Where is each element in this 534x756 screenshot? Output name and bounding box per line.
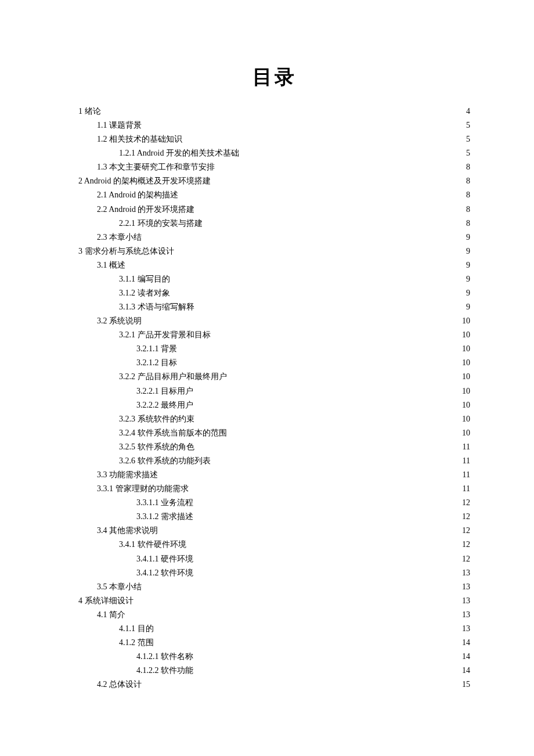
toc-entry-label: 1.2.1 Android 开发的相关技术基础 xyxy=(119,146,239,160)
toc-entry-page: 12 xyxy=(462,524,470,538)
toc-entry-page: 5 xyxy=(466,132,470,146)
toc-entry-label: 3 需求分析与系统总体设计 xyxy=(78,244,174,258)
toc-entry[interactable]: 2 Android 的架构概述及开发环境搭建8 xyxy=(78,174,470,188)
toc-entry-page: 8 xyxy=(466,188,470,202)
toc-entry-label: 3.1.1 编写目的 xyxy=(119,272,170,286)
toc-entry[interactable]: 3.2.2.2 最终用户10 xyxy=(78,398,470,412)
toc-entry-label: 3.1 概述 xyxy=(97,258,125,272)
toc-entry[interactable]: 3.2.1 产品开发背景和目标10 xyxy=(78,328,470,342)
toc-entry[interactable]: 3.2.1.1 背景10 xyxy=(78,342,470,356)
toc-entry[interactable]: 3.4 其他需求说明12 xyxy=(78,524,470,538)
toc-entry-page: 11 xyxy=(463,468,470,482)
toc-entry[interactable]: 1.3 本文主要研究工作和章节安排8 xyxy=(78,160,470,174)
toc-entry-label: 3.3.1.1 业务流程 xyxy=(136,496,193,510)
toc-entry[interactable]: 1.2 相关技术的基础知识5 xyxy=(78,132,470,146)
toc-entry-page: 10 xyxy=(462,412,470,426)
toc-entry[interactable]: 3 需求分析与系统总体设计9 xyxy=(78,244,470,258)
toc-entry-label: 4.1.2 范围 xyxy=(119,636,154,650)
toc-entry-page: 12 xyxy=(462,510,470,524)
toc-entry[interactable]: 3.3.1.2 需求描述12 xyxy=(78,510,470,524)
document-page: 目录 1 绪论41.1 课题背景51.2 相关技术的基础知识51.2.1 And… xyxy=(0,0,534,692)
toc-entry-label: 3.4.1.1 硬件环境 xyxy=(136,552,193,566)
toc-entry-label: 3.2.1.2 目标 xyxy=(136,356,177,370)
toc-entry-label: 4.2 总体设计 xyxy=(97,678,142,692)
toc-entry[interactable]: 1 绪论4 xyxy=(78,105,470,118)
toc-entry-label: 1.1 课题背景 xyxy=(97,118,142,132)
toc-entry[interactable]: 4.1.1 目的13 xyxy=(78,622,470,636)
toc-entry[interactable]: 2.1 Android 的架构描述8 xyxy=(78,188,470,202)
toc-entry-label: 3.2.4 软件系统当前版本的范围 xyxy=(119,426,227,440)
toc-entry-page: 9 xyxy=(466,244,470,258)
toc-entry-label: 3.3 功能需求描述 xyxy=(97,468,158,482)
toc-entry-label: 2.1 Android 的架构描述 xyxy=(97,188,178,202)
toc-entry-page: 9 xyxy=(466,272,470,286)
toc-entry[interactable]: 3.2.1.2 目标10 xyxy=(78,356,470,370)
toc-entry-label: 4.1.2.1 软件名称 xyxy=(136,650,193,664)
toc-entry[interactable]: 4.2 总体设计15 xyxy=(78,678,470,692)
toc-entry-page: 12 xyxy=(462,538,470,552)
toc-title: 目录 xyxy=(78,64,470,91)
toc-entry-label: 3.2 系统说明 xyxy=(97,314,142,328)
toc-entry[interactable]: 3.5 本章小结13 xyxy=(78,580,470,594)
toc-entry-page: 12 xyxy=(462,552,470,566)
toc-entry-label: 3.5 本章小结 xyxy=(97,580,142,594)
toc-entry[interactable]: 4.1.2 范围14 xyxy=(78,636,470,650)
toc-entry[interactable]: 2.2 Android 的开发环境搭建8 xyxy=(78,203,470,217)
toc-entry[interactable]: 3.2.6 软件系统的功能列表11 xyxy=(78,454,470,468)
toc-entry[interactable]: 3.1.1 编写目的9 xyxy=(78,272,470,286)
toc-entry-page: 10 xyxy=(462,426,470,440)
toc-entry-page: 13 xyxy=(462,608,470,622)
toc-entry-label: 3.2.1.1 背景 xyxy=(136,342,177,356)
toc-entry[interactable]: 3.2.2.1 目标用户10 xyxy=(78,384,470,398)
toc-entry[interactable]: 3.2.4 软件系统当前版本的范围10 xyxy=(78,426,470,440)
toc-entry-page: 8 xyxy=(466,160,470,174)
toc-entry[interactable]: 3.2.2 产品目标用户和最终用户10 xyxy=(78,370,470,384)
toc-entry-page: 10 xyxy=(462,342,470,356)
toc-entry[interactable]: 3.3 功能需求描述11 xyxy=(78,468,470,482)
toc-entry-page: 8 xyxy=(466,174,470,188)
toc-entry-label: 3.4 其他需求说明 xyxy=(97,524,158,538)
toc-entry-label: 3.3.1 管家理财的功能需求 xyxy=(97,482,189,496)
toc-entry-label: 4.1 简介 xyxy=(97,608,125,622)
toc-entry-page: 12 xyxy=(462,496,470,510)
toc-entry[interactable]: 4.1 简介13 xyxy=(78,608,470,622)
toc-entry[interactable]: 4 系统详细设计13 xyxy=(78,594,470,608)
toc-entry-label: 3.4.1 软件硬件环境 xyxy=(119,538,186,552)
toc-entry-page: 13 xyxy=(462,566,470,580)
toc-entry[interactable]: 4.1.2.1 软件名称14 xyxy=(78,650,470,664)
toc-entry[interactable]: 1.2.1 Android 开发的相关技术基础5 xyxy=(78,146,470,160)
toc-entry-label: 1 绪论 xyxy=(78,105,101,118)
toc-entry[interactable]: 3.1 概述9 xyxy=(78,258,470,272)
toc-entry[interactable]: 3.3.1.1 业务流程12 xyxy=(78,496,470,510)
toc-entry-page: 5 xyxy=(466,146,470,160)
toc-entry-label: 3.2.2 产品目标用户和最终用户 xyxy=(119,370,227,384)
toc-entry[interactable]: 3.4.1.1 硬件环境12 xyxy=(78,552,470,566)
toc-entry-page: 9 xyxy=(466,231,470,244)
toc-entry[interactable]: 3.2.5 软件系统的角色11 xyxy=(78,440,470,454)
toc-entry-page: 9 xyxy=(466,258,470,272)
toc-entry[interactable]: 3.4.1.2 软件环境13 xyxy=(78,566,470,580)
table-of-contents: 1 绪论41.1 课题背景51.2 相关技术的基础知识51.2.1 Androi… xyxy=(78,105,470,692)
toc-entry[interactable]: 3.2 系统说明10 xyxy=(78,314,470,328)
toc-entry[interactable]: 3.4.1 软件硬件环境12 xyxy=(78,538,470,552)
toc-entry-label: 3.4.1.2 软件环境 xyxy=(136,566,193,580)
toc-entry-page: 8 xyxy=(466,203,470,217)
toc-entry[interactable]: 3.3.1 管家理财的功能需求11 xyxy=(78,482,470,496)
toc-entry-label: 3.2.5 软件系统的角色 xyxy=(119,440,194,454)
toc-entry-page: 10 xyxy=(462,314,470,328)
toc-entry[interactable]: 3.1.3 术语与缩写解释9 xyxy=(78,300,470,314)
toc-entry[interactable]: 1.1 课题背景5 xyxy=(78,118,470,132)
toc-entry-page: 10 xyxy=(462,370,470,384)
toc-entry-page: 10 xyxy=(462,384,470,398)
toc-entry-label: 3.1.3 术语与缩写解释 xyxy=(119,300,194,314)
toc-entry[interactable]: 4.1.2.2 软件功能14 xyxy=(78,664,470,678)
toc-entry-page: 10 xyxy=(462,328,470,342)
toc-entry[interactable]: 2.2.1 环境的安装与搭建8 xyxy=(78,217,470,231)
toc-entry-label: 3.2.6 软件系统的功能列表 xyxy=(119,454,211,468)
toc-entry[interactable]: 3.2.3 系统软件的约束10 xyxy=(78,412,470,426)
toc-entry-page: 13 xyxy=(462,622,470,636)
toc-entry[interactable]: 2.3 本章小结9 xyxy=(78,231,470,244)
toc-entry-label: 2.2 Android 的开发环境搭建 xyxy=(97,203,194,217)
toc-entry[interactable]: 3.1.2 读者对象9 xyxy=(78,286,470,300)
toc-entry-label: 1.3 本文主要研究工作和章节安排 xyxy=(97,160,215,174)
